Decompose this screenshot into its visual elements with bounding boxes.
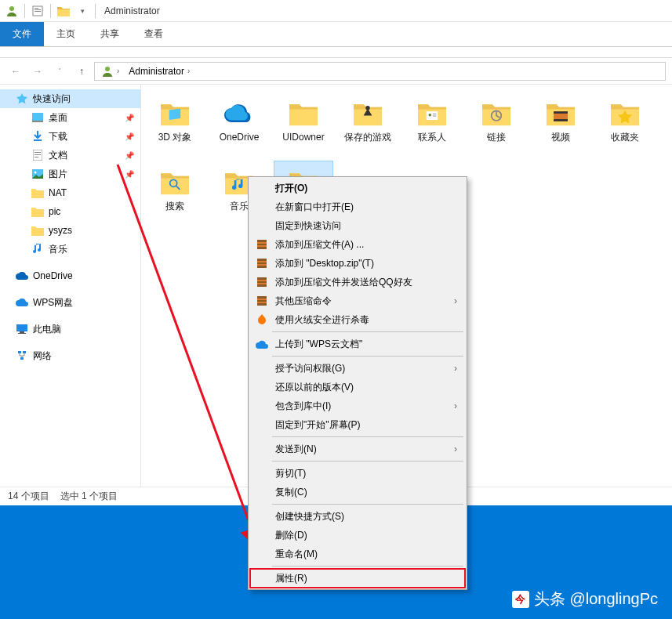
menu-item[interactable]: 删除(D) <box>250 526 465 545</box>
menu-item[interactable]: 属性(R) <box>250 569 465 588</box>
tree-pic[interactable]: pic <box>0 202 140 221</box>
menu-item-label: 固定到快速访问 <box>275 219 457 233</box>
menu-separator <box>272 504 463 505</box>
menu-item-label: 删除(D) <box>275 529 457 542</box>
tree-quick-access[interactable]: 快速访问 <box>0 89 140 108</box>
menu-item-icon <box>255 528 269 542</box>
folder-item[interactable]: OneDrive <box>210 92 268 158</box>
tab-view[interactable]: 查看 <box>132 22 176 46</box>
menu-item-label: 添加到压缩文件并发送给QQ好友 <box>275 276 457 289</box>
ribbon-tabs: 文件 主页 共享 查看 <box>0 22 672 47</box>
svg-rect-45 <box>257 296 267 299</box>
menu-item[interactable]: 使用火绒安全进行杀毒 <box>250 310 465 329</box>
chevron-right-icon: › <box>187 67 190 75</box>
menu-item[interactable]: 固定到快速访问 <box>250 216 465 235</box>
tree-label: 下载 <box>49 130 67 143</box>
tree-onedrive[interactable]: OneDrive <box>0 266 140 285</box>
menu-item[interactable]: 创建快捷方式(S) <box>250 507 465 526</box>
svg-point-13 <box>35 172 37 174</box>
folder-item[interactable]: 视频 <box>532 92 590 158</box>
tree-network[interactable]: 网络 <box>0 346 140 365</box>
svg-rect-25 <box>433 116 437 117</box>
menu-item-icon <box>255 442 269 456</box>
nav-up-button[interactable]: ↑ <box>72 62 91 81</box>
tree-desktop[interactable]: 桌面 📌 <box>0 108 140 127</box>
menu-item[interactable]: 添加到压缩文件并发送给QQ好友 <box>250 273 465 291</box>
menu-item[interactable]: 打开(O) <box>250 179 465 197</box>
tree-documents[interactable]: 文档 📌 <box>0 146 140 165</box>
menu-item-icon <box>255 466 269 480</box>
menu-item[interactable]: 在新窗口中打开(E) <box>250 197 465 216</box>
menu-item-label: 包含到库中(I) <box>275 400 448 413</box>
crumb-user-icon[interactable]: › <box>98 65 122 78</box>
menu-item-label: 属性(R) <box>275 572 457 585</box>
menu-item[interactable]: 重命名(M) <box>250 545 465 563</box>
qat-dropdown-icon[interactable]: ▾ <box>74 2 91 20</box>
menu-item[interactable]: 上传到 "WPS云文档" <box>250 335 465 353</box>
menu-item-icon <box>255 418 269 432</box>
tree-label: WPS网盘 <box>33 296 73 310</box>
properties-icon[interactable] <box>29 2 46 20</box>
svg-rect-47 <box>257 303 267 306</box>
menu-item-label: 复制(C) <box>275 486 457 499</box>
tree-thispc[interactable]: 此电脑 <box>0 320 140 338</box>
menu-item[interactable]: 固定到"开始"屏幕(P) <box>250 415 465 434</box>
folder-icon <box>156 96 194 130</box>
menu-item-icon <box>255 485 269 499</box>
crumb-administrator[interactable]: Administrator › <box>125 66 193 77</box>
menu-item-icon <box>255 509 269 523</box>
menu-item[interactable]: 剪切(T) <box>250 464 465 483</box>
nav-recent-dropdown[interactable]: ˅ <box>50 62 69 81</box>
menu-item[interactable]: 添加到 "Desktop.zip"(T) <box>250 254 465 273</box>
menu-item[interactable]: 还原以前的版本(V) <box>250 378 465 396</box>
folder-item[interactable]: UIDowner <box>274 92 332 158</box>
folder-item[interactable]: 链接 <box>467 92 525 158</box>
tree-label: pic <box>49 206 60 217</box>
tree-wps[interactable]: WPS网盘 <box>0 293 140 312</box>
tree-label: 桌面 <box>49 111 67 125</box>
nav-back-button[interactable]: ← <box>6 62 25 81</box>
tree-nat[interactable]: NAT <box>0 183 140 202</box>
breadcrumb[interactable]: › Administrator › <box>94 62 666 81</box>
menu-item[interactable]: 包含到库中(I)› <box>250 396 465 415</box>
svg-rect-43 <box>257 284 267 287</box>
folder-item[interactable]: 搜索 <box>146 161 204 227</box>
quick-access-toolbar: ▾ <box>3 2 98 20</box>
folder-item[interactable]: 保存的游戏 <box>339 92 397 158</box>
svg-rect-6 <box>32 113 43 121</box>
window-title: Administrator <box>104 5 160 16</box>
tree-label: 网络 <box>33 349 52 363</box>
tab-home[interactable]: 主页 <box>44 22 88 46</box>
menu-item[interactable]: 添加到压缩文件(A) ... <box>250 235 465 254</box>
network-icon <box>16 349 28 362</box>
menu-item[interactable]: 其他压缩命令› <box>250 291 465 310</box>
menu-item[interactable]: 复制(C) <box>250 483 465 501</box>
tab-file[interactable]: 文件 <box>0 22 44 46</box>
svg-rect-29 <box>554 119 568 121</box>
tab-share[interactable]: 共享 <box>88 22 132 46</box>
folder-item[interactable]: 联系人 <box>403 92 461 158</box>
menu-item[interactable]: 发送到(N)› <box>250 440 465 458</box>
menu-item-label: 上传到 "WPS云文档" <box>275 338 457 351</box>
folder-item[interactable]: 3D 对象 <box>146 92 204 158</box>
svg-rect-18 <box>23 351 26 353</box>
download-icon <box>31 130 44 143</box>
user-icon <box>3 2 20 20</box>
wps-icon <box>16 296 28 309</box>
tree-pictures[interactable]: 图片 📌 <box>0 165 140 183</box>
svg-rect-7 <box>32 121 43 122</box>
svg-rect-4 <box>35 11 41 12</box>
svg-rect-34 <box>257 244 267 245</box>
menu-item-label: 重命名(M) <box>275 548 457 561</box>
menu-item[interactable]: 授予访问权限(G)› <box>250 359 465 378</box>
tree-ysyzs[interactable]: ysyzs <box>0 221 140 240</box>
toutiao-icon: 今 <box>512 591 529 608</box>
folder-icon <box>31 205 44 218</box>
folder-item[interactable]: 收藏夹 <box>596 92 654 158</box>
tree-music[interactable]: 音乐 <box>0 240 140 259</box>
item-label: 音乐 <box>230 201 249 212</box>
tree-downloads[interactable]: 下载 📌 <box>0 127 140 146</box>
svg-rect-41 <box>257 277 267 280</box>
desktop-icon <box>31 111 44 124</box>
nav-forward-button[interactable]: → <box>28 62 47 81</box>
